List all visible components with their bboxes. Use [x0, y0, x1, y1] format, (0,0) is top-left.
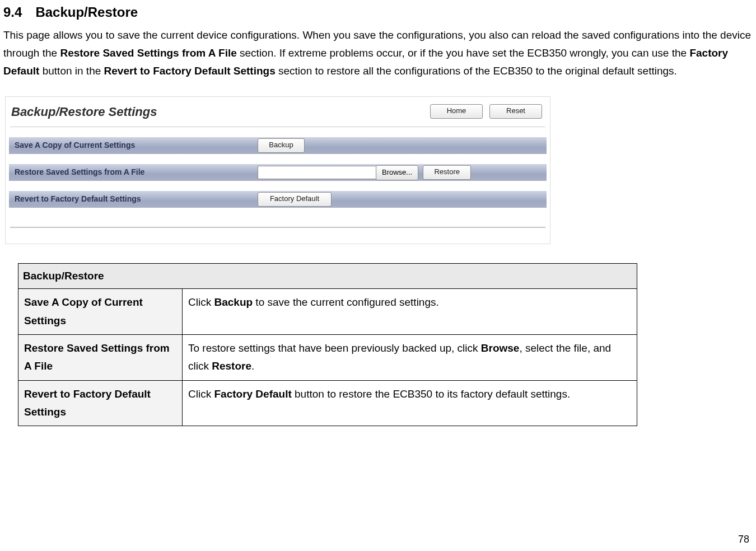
table-cell-label: Save A Copy of Current Settings	[18, 289, 183, 335]
file-path-input[interactable]	[258, 166, 376, 179]
intro-paragraph: This page allows you to save the current…	[3, 26, 756, 81]
row-save-copy: Save A Copy of Current Settings Backup	[9, 137, 547, 154]
row-controls: Factory Default	[258, 192, 332, 207]
table-cell-desc: To restore settings that have been previ…	[183, 334, 637, 380]
divider	[10, 227, 545, 228]
bold-text: Browse	[481, 342, 520, 354]
row-controls: Browse... Restore	[258, 165, 471, 180]
text: To restore settings that have been previ…	[188, 342, 481, 354]
bold-text: Restore	[212, 360, 251, 372]
section-title: Backup/Restore	[35, 4, 138, 20]
top-buttons: Home Reset	[430, 104, 547, 119]
table-row: Save A Copy of Current Settings Click Ba…	[18, 289, 637, 335]
table-row: Restore Saved Settings from A File To re…	[18, 334, 637, 380]
browse-button[interactable]: Browse...	[376, 165, 418, 180]
intro-bold-revert: Revert to Factory Default Settings	[104, 65, 276, 77]
text: .	[251, 360, 254, 372]
section-heading: 9.4Backup/Restore	[3, 1, 756, 24]
screenshot-title: Backup/Restore Settings	[11, 101, 157, 122]
intro-text: button in the	[39, 65, 104, 77]
restore-button[interactable]: Restore	[423, 165, 471, 180]
section-number: 9.4	[3, 4, 22, 20]
row-label: Restore Saved Settings from A File	[9, 166, 260, 179]
row-label: Revert to Factory Default Settings	[9, 193, 260, 206]
backup-button[interactable]: Backup	[258, 138, 305, 153]
intro-text: section to restore all the configuration…	[276, 65, 677, 77]
text: button to restore the ECB350 to its fact…	[292, 388, 570, 400]
intro-bold-restore: Restore Saved Settings from A File	[60, 47, 236, 59]
bold-text: Factory Default	[214, 388, 291, 400]
row-restore-file: Restore Saved Settings from A File Brows…	[9, 164, 547, 181]
text: Click	[188, 296, 214, 308]
table-header: Backup/Restore	[18, 264, 637, 289]
table-cell-label: Revert to Factory Default Settings	[18, 380, 183, 426]
bold-text: Backup	[214, 296, 253, 308]
table-cell-desc: Click Backup to save the current configu…	[183, 289, 637, 335]
text: to save the current configured settings.	[253, 296, 439, 308]
intro-text: section. If extreme problems occur, or i…	[237, 47, 690, 59]
home-button[interactable]: Home	[430, 104, 483, 119]
text: Click	[188, 388, 214, 400]
reset-button[interactable]: Reset	[489, 104, 542, 119]
row-label: Save A Copy of Current Settings	[9, 139, 260, 152]
settings-screenshot: Backup/Restore Settings Home Reset Save …	[5, 96, 550, 244]
table-row: Revert to Factory Default Settings Click…	[18, 380, 637, 426]
divider	[10, 127, 545, 127]
row-controls: Backup	[258, 138, 305, 153]
table-cell-label: Restore Saved Settings from A File	[18, 334, 183, 380]
file-chooser: Browse...	[258, 165, 418, 180]
row-factory-default: Revert to Factory Default Settings Facto…	[9, 191, 547, 208]
factory-default-button[interactable]: Factory Default	[258, 192, 332, 207]
table-cell-desc: Click Factory Default button to restore …	[183, 380, 637, 426]
description-table: Backup/Restore Save A Copy of Current Se…	[18, 263, 637, 426]
screenshot-header: Backup/Restore Settings Home Reset	[9, 100, 547, 127]
